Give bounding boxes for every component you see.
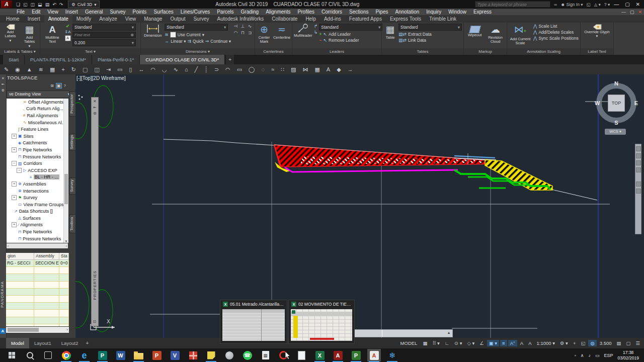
text-height-dropdown[interactable]: 0.200▾ [72, 39, 136, 46]
search-button[interactable] [23, 349, 37, 361]
navbar-button[interactable] [636, 146, 641, 151]
home-tool-icon[interactable]: ⌂ [185, 64, 188, 74]
navigation-bar[interactable] [635, 144, 641, 234]
object-snap-tracking-icon[interactable]: ∠ [477, 340, 486, 346]
override-glyph-button[interactable]: Override Glyph ▾ [583, 24, 611, 39]
tree-expander[interactable]: − [17, 168, 22, 173]
tree-item[interactable]: + ⊕ Assemblies [7, 180, 63, 188]
quick-properties-icon[interactable]: ▤ [615, 340, 623, 346]
menu-item[interactable]: Profiles [294, 9, 318, 15]
sync-scale-positions-button[interactable]: ⋀ Sync Scale Positions [533, 36, 579, 41]
palette-settings-icon[interactable]: ⚙ [92, 111, 98, 116]
menu-item[interactable]: View [44, 9, 62, 15]
dim-style-dropdown[interactable]: Standard▾ [165, 24, 228, 31]
circle-tool-icon[interactable]: ◯ [249, 64, 255, 74]
add-layout-button[interactable]: + [84, 338, 92, 348]
graphics-performance-icon[interactable]: ◍ [588, 340, 596, 346]
table-button[interactable]: ▦ Table [383, 24, 397, 40]
start-button[interactable] [5, 349, 19, 361]
ribbon-tab[interactable]: Survey [189, 15, 213, 23]
link-data-button[interactable]: ▥⇄ Link Data [398, 38, 462, 43]
acrobat-icon[interactable]: A [331, 349, 345, 361]
tray-app-icon[interactable]: ▫ [575, 353, 576, 358]
dim-break-icon[interactable]: ⊣ [232, 24, 239, 30]
tree-item[interactable]: − ▨ Corridors [7, 160, 63, 167]
doc-close-button[interactable]: ✕ [638, 10, 642, 15]
gift-app-icon[interactable] [186, 349, 200, 361]
leader-collect-icon[interactable]: ↱ [314, 24, 318, 29]
annotation-visibility-icon[interactable]: A° [508, 340, 517, 346]
table-row[interactable] [6, 310, 69, 317]
new-file-icon[interactable]: ❏ [16, 2, 20, 7]
edit-tool-icon[interactable]: ✎ [4, 64, 9, 74]
dim-update-icon[interactable]: ⊐ [247, 30, 253, 36]
spell-check-icon[interactable]: ✔ [66, 24, 70, 29]
civil3d-taskbar-icon[interactable]: A [367, 349, 381, 361]
ribbon-tab[interactable]: Annotate [44, 15, 72, 23]
tree-expander[interactable]: + [12, 222, 17, 227]
menu-item[interactable]: Window [445, 9, 470, 15]
volume-icon[interactable]: ♪ [588, 353, 591, 358]
tree-expander[interactable]: + [12, 195, 17, 200]
tree-item[interactable]: ∿ Miscellaneous Al... [7, 119, 63, 126]
tree-item[interactable]: + ▣ Sites [7, 133, 63, 140]
search-binoculars-icon[interactable]: ∞ [554, 2, 557, 7]
help-icon[interactable]: ? ▾ [604, 2, 610, 7]
tree-item[interactable]: + ⚑ Survey [7, 194, 63, 201]
line-tool-icon[interactable]: ╱ [195, 64, 198, 74]
rectangle-tool-icon[interactable]: ▢ [83, 64, 88, 74]
arc-tool-icon[interactable]: ◠ [151, 64, 156, 74]
wipeout-button[interactable]: Wipeout [465, 24, 484, 37]
revision-cloud-button[interactable]: ☁ Revision Cloud [486, 24, 505, 44]
hatch-tool-icon[interactable]: ▨ [291, 64, 296, 74]
ribbon-tab[interactable]: Add-ins [320, 15, 345, 23]
tree-item[interactable]: + ⊓ Pipe Networks [7, 146, 63, 153]
menu-item[interactable]: File [13, 9, 28, 15]
tree-item[interactable]: ⊓ Pressure Networks [7, 153, 63, 160]
dim-layer-row[interactable]: ≋ Use Current ▾ [165, 32, 231, 38]
tree-item[interactable]: − ▷ ACCESO EXP [7, 167, 63, 174]
publisher-icon[interactable]: P [96, 349, 109, 361]
item-view-icon[interactable]: ⊞ [50, 83, 54, 88]
tree-item[interactable]: ⊗ Intersections [7, 188, 63, 195]
menu-item[interactable]: Sections [346, 9, 372, 15]
dimension-button[interactable]: Dimension [142, 24, 163, 38]
tree-expander[interactable]: + [12, 134, 17, 139]
find-text-field[interactable]: Find text⊕ [72, 32, 136, 38]
menu-item[interactable]: Lines/Curves [177, 9, 213, 15]
table-row[interactable] [6, 289, 69, 296]
remove-leader-button[interactable]: − ↖ Remove Leader [319, 38, 382, 43]
project-icon[interactable]: P [349, 349, 363, 361]
ribbon-tab[interactable]: Analyze [95, 15, 121, 23]
redo-icon[interactable]: ↷ [59, 2, 63, 7]
leader-style-dropdown[interactable]: Standard▾ [319, 24, 382, 31]
table-tool-icon[interactable]: ▦ [314, 64, 319, 74]
task-view-button[interactable] [41, 349, 55, 361]
offset-tool-icon[interactable]: ⇥ [106, 64, 111, 74]
tree-item[interactable]: ⊓ Pipe Networks [7, 228, 63, 235]
gray-app-icon[interactable] [222, 349, 236, 361]
compass-south[interactable]: S [614, 120, 618, 126]
compass-east[interactable]: E [634, 100, 638, 106]
toolspace-settings-icon[interactable]: ⚙ [0, 88, 6, 93]
dashed-line-tool-icon[interactable]: ┊ [204, 64, 208, 74]
tree-expander[interactable]: + [12, 182, 17, 187]
panel-display-icon[interactable]: ▣ [56, 83, 62, 88]
extract-data-button[interactable]: ▤⇄ Extract Data [398, 32, 462, 37]
ellipse-tool-icon[interactable]: ◌ [261, 64, 265, 74]
dim-ordinate-icon[interactable]: ⊓ [239, 30, 246, 36]
text-style-dropdown[interactable]: Standard▾ [72, 24, 136, 31]
edge-icon[interactable]: e [77, 349, 91, 361]
calculator-icon[interactable]: ▦ [259, 349, 272, 361]
sign-in-button[interactable]: ☻ Sign In ▾ [560, 2, 583, 7]
points-tool-icon[interactable]: ∷ [281, 64, 284, 74]
palette-close-icon[interactable]: ✕ [92, 99, 98, 104]
layout-tab[interactable]: Model [6, 338, 29, 348]
tree-item[interactable]: + ∕ Alignments [7, 222, 63, 229]
ribbon-tab[interactable]: Help [301, 15, 320, 23]
ribbon-tab[interactable]: Autodesk InfraWorks [213, 15, 268, 23]
tree-item[interactable]: ⊓ Pressure Networks [7, 235, 63, 242]
stretch-tool-icon[interactable]: ↔ [139, 64, 144, 74]
hidden-icons-chevron[interactable]: ∧ [581, 353, 584, 358]
multileader-button[interactable]: Multileader [294, 24, 312, 38]
